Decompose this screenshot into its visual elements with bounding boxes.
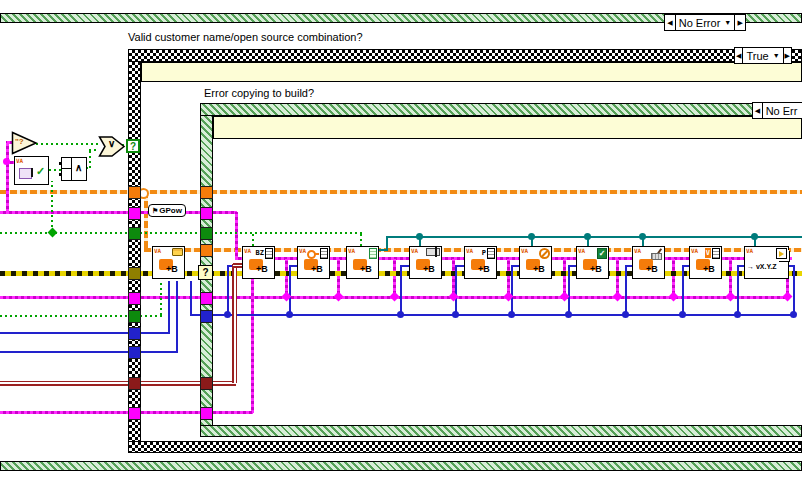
magenta-junction — [783, 292, 793, 302]
magenta-wire-upper-drop[interactable] — [235, 212, 238, 259]
boolean-case-border-left[interactable] — [128, 49, 141, 453]
tunnel[interactable] — [200, 227, 213, 240]
magenta-bar[interactable] — [722, 257, 745, 260]
case-selector-outer[interactable]: ◀ No Error ▼ ▶ — [664, 14, 746, 31]
blue-riser[interactable] — [227, 265, 229, 314]
blue-riser[interactable] — [511, 265, 513, 314]
blue-stub[interactable] — [789, 265, 795, 267]
vi-va-label: VA — [746, 247, 753, 254]
green-wire[interactable] — [89, 151, 91, 168]
boolean-case-border-bottom[interactable] — [128, 441, 802, 453]
tunnel[interactable] — [128, 346, 141, 359]
or-gate-node[interactable]: ∨ — [98, 135, 126, 158]
case-selector-dropdown[interactable]: No Err ▼ — [763, 103, 802, 118]
next-case-button[interactable]: ▶ — [734, 15, 745, 30]
empty-string-check-node[interactable]: "? — [11, 131, 38, 155]
vi-node[interactable]: VA → vX.Y.Z — [744, 246, 789, 279]
tunnel[interactable] — [200, 186, 213, 199]
blue-riser[interactable] — [176, 281, 178, 353]
tunnel[interactable] — [200, 407, 213, 420]
green-wire[interactable] — [36, 143, 98, 145]
vi-version-label: → vX.Y.Z — [747, 263, 777, 270]
teal-wire-main[interactable] — [386, 236, 802, 238]
green-wire-left-drop[interactable] — [51, 181, 53, 232]
check-vi-node[interactable]: VA ✓ — [14, 156, 49, 185]
vi-node[interactable]: VA +B — [297, 246, 330, 279]
green-drop-vi4[interactable] — [360, 234, 362, 246]
tunnel[interactable] — [128, 377, 141, 390]
orange-wire-main[interactable] — [0, 190, 802, 194]
vi-node[interactable]: VA +B — [632, 246, 665, 279]
blue-riser[interactable] — [793, 265, 795, 316]
or-icon: ∨ — [108, 138, 115, 149]
tunnel[interactable] — [128, 227, 141, 240]
case-selector-terminal-error[interactable]: ? — [198, 265, 213, 280]
orange-wire-drop[interactable] — [144, 192, 148, 248]
magenta-bar[interactable] — [609, 257, 633, 260]
tunnel[interactable] — [128, 186, 141, 199]
tunnel[interactable] — [128, 267, 141, 280]
blue-riser[interactable] — [400, 265, 402, 314]
blue-junction — [734, 311, 741, 318]
case-selector-middle[interactable]: ◀ True ▼ ▶ — [734, 47, 792, 64]
prev-case-button[interactable]: ◀ — [753, 103, 763, 118]
case-selector-dropdown[interactable]: True ▼ — [743, 48, 782, 63]
vi-node[interactable]: VA ✓ +B — [576, 246, 609, 279]
blue-stub[interactable] — [402, 265, 409, 267]
case-selector-terminal-boolean[interactable]: ? — [126, 139, 140, 153]
vi-node[interactable]: VA V +B — [689, 246, 722, 279]
vi-node[interactable]: VA P +B — [464, 246, 497, 279]
case-selector-inner[interactable]: ◀ No Err ▼ ▶ — [752, 102, 802, 119]
inner-error-case-border-bottom[interactable] — [200, 425, 802, 437]
tunnel[interactable] — [200, 377, 213, 390]
blue-wire-in1[interactable] — [0, 332, 170, 334]
vi-add-label: +B — [256, 264, 268, 274]
green-riser-vi1[interactable] — [160, 281, 162, 315]
tunnel[interactable] — [128, 207, 141, 220]
magenta-left-vert[interactable] — [6, 141, 9, 212]
blue-wire-in2[interactable] — [0, 351, 178, 353]
question-label-valid-customer: Valid customer name/open source combinat… — [128, 31, 363, 43]
blue-riser[interactable] — [455, 265, 457, 314]
vi-node[interactable]: VA BZ +B — [242, 246, 275, 279]
blue-riser[interactable] — [625, 265, 627, 314]
tunnel[interactable] — [128, 327, 141, 340]
green-wire[interactable] — [49, 169, 61, 171]
tunnel[interactable] — [200, 207, 213, 220]
darkred-riser[interactable] — [232, 264, 237, 383]
blue-riser[interactable] — [168, 281, 170, 334]
inner-error-case-border-top[interactable] — [200, 103, 802, 116]
tunnel[interactable] — [128, 310, 141, 323]
case-selector-dropdown[interactable]: No Error ▼ — [676, 15, 735, 30]
magenta-wire-vi2-bottom[interactable] — [251, 279, 254, 413]
green-drop-vi2[interactable] — [252, 234, 254, 246]
vi-add-label: +B — [360, 264, 372, 274]
blue-stub[interactable] — [457, 265, 464, 267]
vi-node[interactable]: VA +B — [152, 246, 185, 279]
vi-node[interactable]: VA +B — [409, 246, 442, 279]
tunnel[interactable] — [128, 407, 141, 420]
magenta-wire-lower[interactable] — [0, 411, 253, 414]
vi-va-label: VA — [16, 157, 23, 164]
magenta-bar[interactable] — [665, 257, 690, 260]
tunnel[interactable] — [200, 292, 213, 305]
blue-junction — [565, 311, 572, 318]
blue-riser[interactable] — [737, 265, 739, 314]
blue-bus[interactable] — [190, 314, 795, 316]
tunnel[interactable] — [200, 310, 213, 323]
blue-riser[interactable] — [568, 265, 570, 314]
prev-case-button[interactable]: ◀ — [665, 15, 676, 30]
blue-vi1-out[interactable] — [190, 281, 192, 316]
blue-riser[interactable] — [682, 265, 684, 314]
boolean-case-border-top[interactable] — [128, 49, 802, 62]
teal-stub[interactable] — [379, 249, 388, 251]
tunnel[interactable] — [128, 292, 141, 305]
vi-node[interactable]: VA +B — [519, 246, 552, 279]
outer-error-case-border-bottom[interactable] — [0, 461, 802, 471]
vi-node[interactable]: VA +B — [346, 246, 379, 279]
prev-case-button[interactable]: ◀ — [735, 48, 743, 63]
and-compound-node[interactable]: ∧ — [61, 157, 87, 181]
next-case-button[interactable]: ▶ — [783, 48, 791, 63]
blue-riser[interactable] — [289, 265, 291, 314]
tunnel[interactable] — [200, 244, 213, 257]
